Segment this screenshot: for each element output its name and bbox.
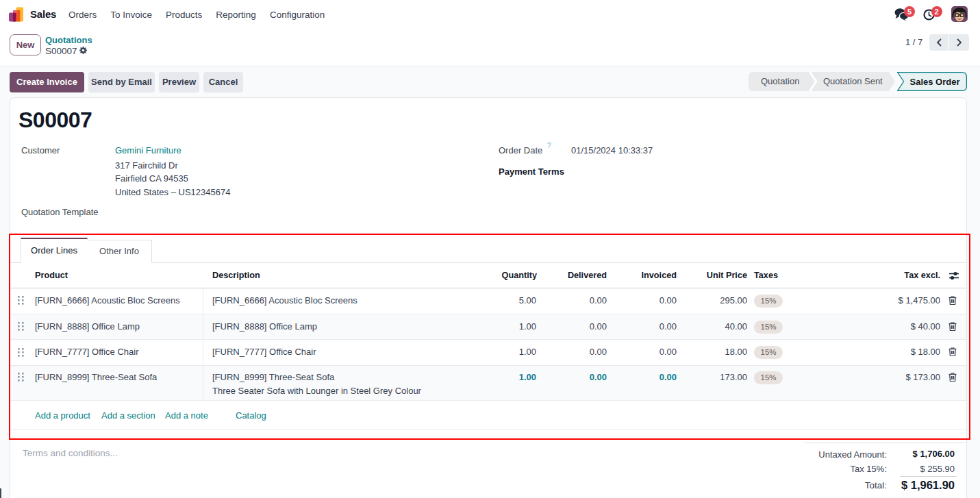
svg-text:Sales Order: Sales Order <box>910 77 960 87</box>
